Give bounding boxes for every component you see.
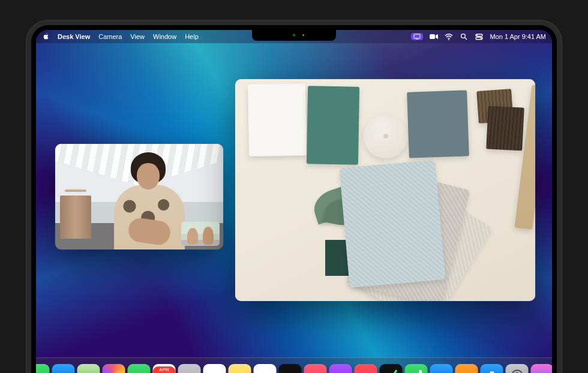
dock-stocks[interactable] (380, 364, 403, 373)
svg-rect-0 (414, 34, 420, 38)
facetime-status-icon[interactable] (430, 32, 438, 41)
swatch-wood-dark (486, 106, 524, 151)
laptop-frame: Desk View Camera View Window Help (31, 25, 557, 373)
screen-share-status-icon[interactable] (411, 33, 423, 40)
dock-mail[interactable] (52, 364, 75, 373)
spotlight-icon[interactable] (460, 32, 468, 41)
facetime-window[interactable] (55, 144, 223, 249)
calendar-month-label: APR (153, 366, 176, 373)
swatch-teal-tile (307, 86, 359, 164)
menubar-app-name[interactable]: Desk View (58, 33, 90, 40)
swatch-stone-disc (364, 114, 408, 158)
svg-point-4 (461, 34, 466, 38)
desk-view-feed (235, 79, 535, 301)
menu-window[interactable]: Window (153, 33, 176, 40)
dock-contacts[interactable] (178, 364, 201, 373)
facetime-pip[interactable] (181, 222, 220, 246)
dock-facetime[interactable] (128, 364, 151, 373)
svg-point-3 (449, 39, 450, 40)
camera-led-icon (302, 34, 304, 36)
dock-freeform[interactable] (254, 364, 277, 373)
desk-view-window[interactable] (235, 79, 535, 301)
dock-messages[interactable] (36, 364, 50, 373)
apple-menu[interactable] (42, 33, 49, 40)
dock-settings[interactable] (506, 364, 529, 373)
dock-maps[interactable] (77, 364, 100, 373)
dock-notes[interactable] (229, 364, 251, 373)
wifi-icon[interactable] (445, 32, 453, 41)
ruler (514, 85, 535, 230)
dock-shortcuts[interactable] (531, 364, 553, 373)
swatch-slate-tile (407, 90, 469, 158)
menu-help[interactable]: Help (185, 33, 199, 40)
svg-rect-1 (416, 38, 418, 39)
svg-point-8 (481, 38, 482, 39)
svg-rect-11 (419, 370, 422, 373)
dock-reminders[interactable] (203, 364, 226, 373)
fabric-swatch-fan (349, 167, 499, 287)
dock-podcasts[interactable] (329, 364, 352, 373)
display-notch (252, 30, 336, 41)
facetime-presenter (102, 148, 192, 249)
svg-point-7 (476, 34, 478, 35)
menu-view[interactable]: View (130, 33, 145, 40)
dock-music[interactable]: ♪ (304, 364, 327, 373)
swatch-white-tile (248, 83, 307, 157)
menu-camera[interactable]: Camera (98, 33, 122, 40)
camera-dot-icon (293, 34, 296, 37)
dock-keynote[interactable] (430, 364, 453, 373)
dock-tv[interactable]: tv (279, 364, 302, 373)
dock: APR 1 tv ♪ (36, 357, 552, 373)
dock-news[interactable] (355, 364, 377, 373)
dock-photos[interactable] (103, 364, 125, 373)
dock-numbers[interactable] (405, 364, 428, 373)
dock-pages[interactable] (455, 364, 478, 373)
menubar-clock[interactable]: Mon 1 Apr 9:41 AM (490, 33, 546, 40)
dock-calendar[interactable]: APR 1 (153, 364, 176, 373)
desktop[interactable]: Desk View Camera View Window Help (36, 30, 552, 373)
svg-rect-2 (430, 34, 435, 39)
control-center-icon[interactable] (475, 32, 483, 41)
dock-appstore[interactable] (481, 364, 503, 373)
